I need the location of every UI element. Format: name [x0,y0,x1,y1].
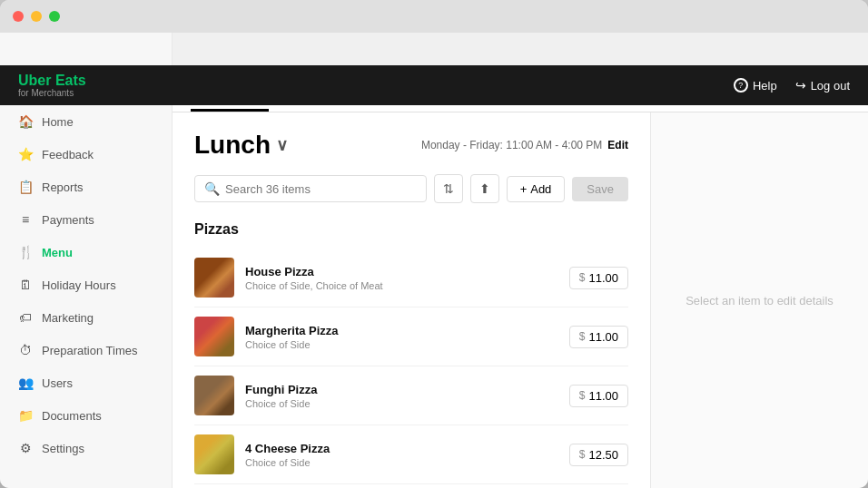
section-title: Pizzas [194,221,628,238]
menu-hours: Monday - Friday: 11:00 AM - 4:00 PM Edit [421,139,628,151]
item-name: Margherita Pizza [245,324,558,337]
logout-icon: ↪ [795,78,806,93]
brand-sub: for Merchants [18,88,86,98]
brand-name: Uber Eats [18,73,86,88]
sidebar-label-feedback: Feedback [42,148,94,161]
sidebar-item-menu[interactable]: 🍴 Menu [0,236,172,268]
logo: Uber Eats for Merchants [18,73,86,98]
item-info: House Pizza Choice of Side, Choice of Me… [245,265,558,291]
edit-hours-button[interactable]: Edit [607,139,628,151]
item-name: 4 Cheese Pizza [245,442,558,455]
sidebar-icon-documents: 📁 [18,408,33,423]
price-value: 11.00 [588,389,618,403]
item-sub: Choice of Side, Choice of Meat [245,280,558,291]
menu-item-row[interactable]: House Pizza Choice of Side, Choice of Me… [194,249,628,307]
logout-button[interactable]: ↪ Log out [795,78,850,93]
price-box: $ 11.00 [569,385,628,407]
item-name: House Pizza [245,265,558,278]
menu-item-row[interactable]: Margherita Pizza Choice of Side $ 11.00 [194,307,628,366]
maximize-button[interactable] [49,11,60,22]
dollar-sign: $ [579,330,586,343]
sidebar-label-home: Home [42,115,74,129]
toolbar: 🔍 ⇅ ⬆ + Add Save [194,174,628,203]
sidebar-label-menu: Menu [42,246,73,259]
item-image [194,376,234,415]
help-icon: ? [734,78,748,93]
sidebar-icon-holiday-hours: 🗓 [18,278,33,292]
dollar-sign: $ [579,448,586,461]
sidebar-label-holiday-hours: Holiday Hours [42,278,116,292]
sidebar-item-users[interactable]: 👥 Users [0,366,172,399]
price-box: $ 11.00 [569,267,628,289]
sidebar-item-documents[interactable]: 📁 Documents [0,399,172,432]
sidebar-item-marketing[interactable]: 🏷 Marketing [0,301,172,334]
sidebar-item-settings[interactable]: ⚙ Settings [0,432,172,464]
app-body: Uber Eats for Merchants ? Help ↪ Log out… [0,33,868,488]
sidebar-item-reports[interactable]: 📋 Reports [0,171,172,203]
sidebar-label-reports: Reports [42,181,84,194]
menu-item-row[interactable]: Funghi Pizza Choice of Side $ 11.00 [194,366,628,425]
title-bar [0,0,868,33]
item-image [194,258,234,298]
sidebar-icon-feedback: ⭐ [18,147,33,161]
sidebar-icon-settings: ⚙ [18,441,33,455]
menu-item-row[interactable]: 4 Cheese Pizza Choice of Side $ 12.50 [194,425,628,484]
price-box: $ 11.00 [569,326,628,348]
sidebar-label-documents: Documents [42,409,102,423]
menu-area: Lunch ∨ Monday - Friday: 11:00 AM - 4:00… [173,112,650,488]
item-sub: Choice of Side [245,457,558,468]
sidebar-label-preparation-times: Preparation Times [42,344,138,357]
plus-icon: + [520,182,528,196]
item-info: 4 Cheese Pizza Choice of Side [245,442,558,468]
sidebar-icon-preparation-times: ⏱ [18,343,33,357]
dollar-sign: $ [579,389,586,402]
detail-panel: Select an item to edit details [650,112,868,488]
search-input[interactable] [225,182,417,196]
item-info: Funghi Pizza Choice of Side [245,383,558,409]
detail-placeholder: Select an item to edit details [686,294,833,307]
item-price: $ 11.00 [569,267,628,289]
item-sub: Choice of Side [245,339,558,350]
sidebar-item-preparation-times[interactable]: ⏱ Preparation Times [0,334,172,366]
sidebar-item-feedback[interactable]: ⭐ Feedback [0,138,172,171]
minimize-button[interactable] [31,11,42,22]
filter-icon: ⇅ [443,181,454,196]
item-price: $ 11.00 [569,385,628,407]
item-image [194,317,234,356]
save-button[interactable]: Save [572,177,628,201]
menu-item-row[interactable]: Garden Pizza Choice of Side $ 13.50 [194,484,628,488]
header-actions: ? Help ↪ Log out [734,78,850,93]
item-price: $ 11.00 [569,326,628,348]
price-value: 11.00 [588,330,618,344]
sidebar-item-holiday-hours[interactable]: 🗓 Holiday Hours [0,268,172,301]
item-image [194,434,234,474]
sidebar-icon-reports: 📋 [18,180,33,194]
sidebar-icon-payments: ≡ [18,212,33,227]
help-button[interactable]: ? Help [734,78,777,93]
content-split: Lunch ∨ Monday - Friday: 11:00 AM - 4:00… [173,112,868,488]
search-box[interactable]: 🔍 [194,175,427,202]
sidebar-icon-menu: 🍴 [18,245,33,259]
dollar-sign: $ [579,271,586,284]
sidebar-icon-home: 🏠 [18,114,33,129]
price-value: 12.50 [588,448,618,462]
sidebar-label-settings: Settings [42,442,84,455]
header-bar: Uber Eats for Merchants ? Help ↪ Log out [0,65,868,105]
price-value: 11.00 [588,271,618,285]
filter-button[interactable]: ⇅ [434,174,463,203]
menu-title[interactable]: Lunch ∨ [194,131,288,160]
item-info: Margherita Pizza Choice of Side [245,324,558,350]
price-box: $ 12.50 [569,444,628,466]
item-price: $ 12.50 [569,444,628,466]
close-button[interactable] [13,11,24,22]
sidebar-icon-users: 👥 [18,376,33,390]
upload-button[interactable]: ⬆ [470,174,499,203]
chevron-down-icon: ∨ [276,135,288,155]
sidebar-item-home[interactable]: 🏠 Home [0,105,172,138]
app-window: Uber Eats for Merchants ? Help ↪ Log out… [0,0,868,488]
menu-title-row: Lunch ∨ Monday - Friday: 11:00 AM - 4:00… [194,131,628,160]
sidebar-label-marketing: Marketing [42,311,94,325]
add-button[interactable]: + Add [507,176,566,202]
sidebar-item-payments[interactable]: ≡ Payments [0,203,172,236]
search-icon: 🔍 [204,181,220,196]
